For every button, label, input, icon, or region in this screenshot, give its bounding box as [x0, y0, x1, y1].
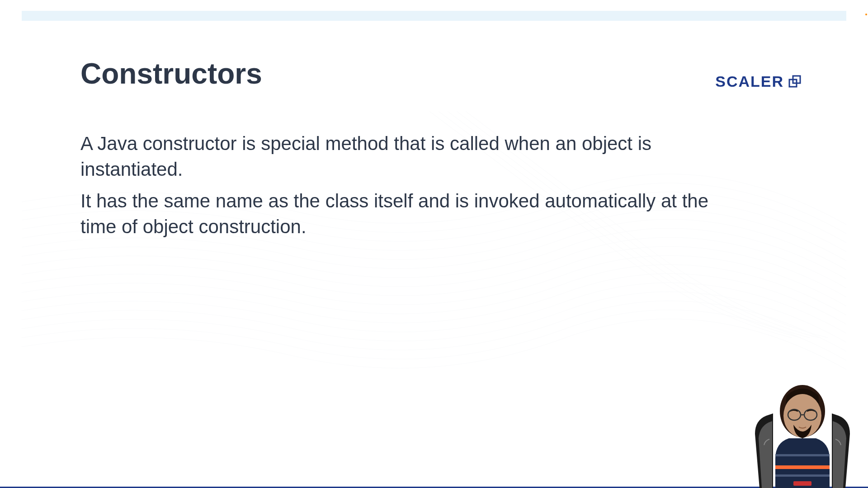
- slide-content: SCALER Constructors A Java constructor i…: [22, 21, 846, 488]
- svg-rect-8: [775, 454, 830, 456]
- recording-indicator: [865, 14, 867, 15]
- svg-point-3: [783, 394, 821, 437]
- presenter-person: [762, 380, 843, 488]
- svg-rect-9: [775, 474, 830, 477]
- slide-title: Constructors: [80, 57, 788, 90]
- presenter-webcam: [750, 366, 854, 488]
- scaler-icon: [788, 75, 801, 89]
- brand-name: SCALER: [715, 73, 784, 90]
- svg-rect-7: [775, 465, 830, 469]
- svg-rect-10: [793, 481, 811, 486]
- top-accent-bar: [22, 11, 846, 21]
- paragraph-2: It has the same name as the class itself…: [80, 188, 736, 239]
- paragraph-1: A Java constructor is special method tha…: [80, 131, 736, 182]
- brand-logo: SCALER: [715, 73, 801, 90]
